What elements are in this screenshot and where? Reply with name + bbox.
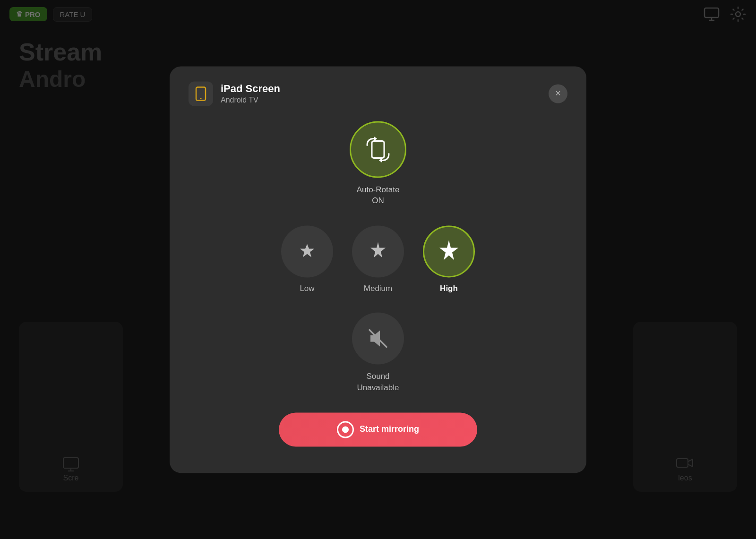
close-button[interactable]: ×	[549, 84, 567, 103]
auto-rotate-button[interactable]	[350, 121, 406, 178]
device-name: iPad Screen	[221, 83, 280, 95]
modal-header-left: iPad Screen Android TV	[189, 81, 280, 106]
start-mirroring-button[interactable]: Start mirroring	[279, 412, 477, 446]
rotate-icon	[363, 135, 393, 164]
record-dot	[342, 426, 349, 433]
sound-section: Sound Unavailable	[352, 313, 404, 394]
modal-title-block: iPad Screen Android TV	[221, 83, 280, 104]
auto-rotate-label: Auto-Rotate ON	[357, 184, 400, 207]
device-icon-wrap	[189, 81, 213, 106]
quality-high-icon	[435, 238, 463, 265]
record-icon	[337, 421, 354, 438]
sound-circle	[352, 313, 404, 365]
auto-rotate-line1: Auto-Rotate	[357, 184, 400, 196]
sound-label: Sound Unavailable	[357, 371, 399, 394]
quality-row: Low Medium High	[281, 226, 475, 294]
quality-low[interactable]: Low	[281, 226, 333, 294]
quality-low-circle	[281, 226, 333, 278]
quality-medium-circle	[352, 226, 404, 278]
auto-rotate-line2: ON	[357, 196, 400, 207]
quality-medium-icon	[366, 240, 390, 264]
quality-high[interactable]: High	[423, 226, 475, 294]
quality-low-label: Low	[300, 284, 314, 294]
modal-header: iPad Screen Android TV ×	[189, 81, 567, 106]
sound-line1: Sound	[366, 372, 389, 381]
device-subtitle: Android TV	[221, 96, 280, 104]
quality-low-icon	[295, 240, 319, 264]
sound-line2: Unavailable	[357, 383, 399, 392]
mute-icon	[366, 326, 390, 351]
auto-rotate-section: Auto-Rotate ON	[350, 121, 406, 207]
modal: iPad Screen Android TV × Auto-Rotate ON	[170, 66, 586, 473]
quality-high-circle	[423, 226, 475, 278]
svg-rect-10	[372, 141, 384, 158]
ipad-icon	[193, 86, 208, 101]
svg-point-9	[200, 97, 202, 99]
quality-medium-label: Medium	[364, 284, 392, 294]
quality-medium[interactable]: Medium	[352, 226, 404, 294]
quality-high-label: High	[440, 284, 458, 294]
start-mirroring-label: Start mirroring	[360, 425, 419, 435]
